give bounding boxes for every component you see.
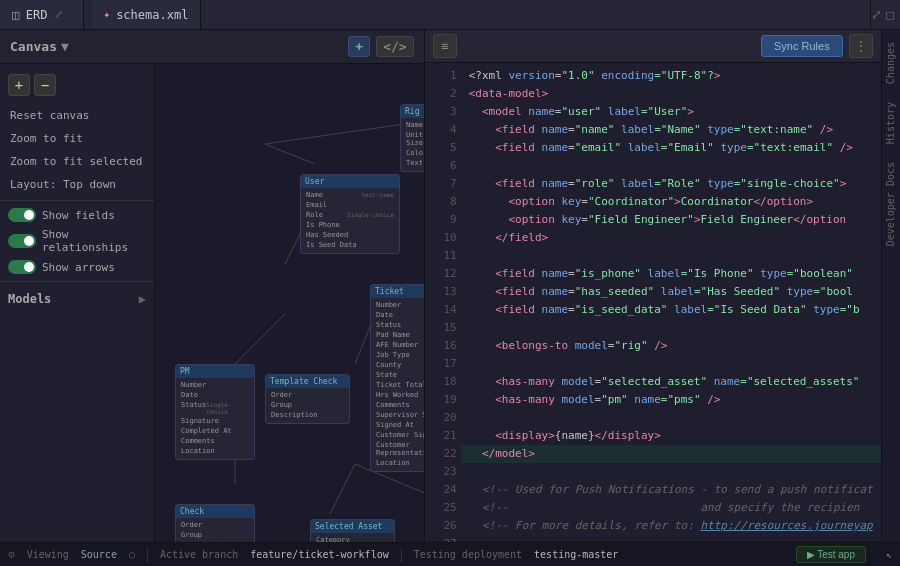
user-node[interactable]: User Nametext:name Email RoleSingle-choi… bbox=[300, 174, 400, 254]
svg-line-0 bbox=[265, 144, 315, 164]
canvas-arrow: ▼ bbox=[61, 39, 69, 54]
show-arrows-toggle[interactable] bbox=[8, 260, 36, 274]
title-bar: ◫ ERD ⤢ ✦ schema.xml ⤢ □ bbox=[0, 0, 900, 30]
tc-row-description: Description bbox=[269, 410, 346, 420]
right-sidebar: Changes History Developer Docs bbox=[881, 30, 900, 542]
expand-btn[interactable]: ⤢ bbox=[871, 7, 882, 22]
code-editor: 1234567891011121314151617181920212223242… bbox=[425, 63, 881, 542]
ticket-row-tickettotal: Ticket Total bbox=[374, 380, 424, 390]
pm-node-header: PM bbox=[176, 365, 254, 378]
code-line-16: <belongs-to model="rig" /> bbox=[461, 337, 881, 355]
code-btn[interactable]: </> bbox=[376, 36, 413, 57]
code-line-8: <option key="Coordinator">Coordinator</o… bbox=[461, 193, 881, 211]
show-relationships-label: Show relationships bbox=[42, 228, 146, 254]
ticket-row-job: Job Type bbox=[374, 350, 424, 360]
right-toolbar: ≡ Sync Rules ⋮ bbox=[425, 30, 881, 63]
ticket-row-supSig: Supervisor Signature bbox=[374, 410, 424, 420]
canvas-title: Canvas bbox=[10, 39, 57, 54]
svg-line-7 bbox=[330, 464, 355, 514]
ticket-node-header: Ticket bbox=[371, 285, 424, 298]
selected-asset-header: Selected Asset bbox=[311, 520, 394, 533]
ticket-row-afe: AFE Number bbox=[374, 340, 424, 350]
ticket-row-state: State bbox=[374, 370, 424, 380]
settings-icon[interactable]: ⚙ bbox=[8, 548, 15, 561]
code-line-19: <has-many model="pm" name="pms" /> bbox=[461, 391, 881, 409]
reset-canvas-btn[interactable]: Reset canvas bbox=[0, 104, 154, 127]
check-node[interactable]: Check Order Group Description bbox=[175, 504, 255, 542]
ticket-row-county: County bbox=[374, 360, 424, 370]
check-desc: Description bbox=[179, 540, 251, 542]
show-relationships-toggle[interactable] bbox=[8, 234, 36, 248]
code-line-21: <display>{name}</display> bbox=[461, 427, 881, 445]
code-line-20 bbox=[461, 409, 881, 427]
schema-tab[interactable]: ✦ schema.xml bbox=[92, 0, 202, 29]
rig-row-name: Nametext:name bbox=[404, 120, 424, 130]
xml-icon: ✦ bbox=[104, 8, 111, 21]
ticket-row-custSig: Customer Signature bbox=[374, 430, 424, 440]
rig-node-header: Rig bbox=[401, 105, 424, 118]
testing-label: Testing deployment bbox=[414, 549, 522, 560]
canvas-viewport[interactable]: Rig Nametext:name Unit SizeSingle-choice… bbox=[155, 64, 424, 542]
erd-icon: ◫ bbox=[12, 7, 20, 22]
tc-row-group: Group bbox=[269, 400, 346, 410]
rig-node[interactable]: Rig Nametext:name Unit SizeSingle-choice… bbox=[400, 104, 424, 172]
sync-rules-button[interactable]: Sync Rules bbox=[761, 35, 843, 57]
changes-tab[interactable]: Changes bbox=[883, 34, 898, 92]
ticket-row-comments: Comments bbox=[374, 400, 424, 410]
rig-row-color: Color bbox=[404, 148, 424, 158]
maximize-btn[interactable]: □ bbox=[886, 7, 894, 22]
code-line-14: <field name="is_seed_data" label="Is See… bbox=[461, 301, 881, 319]
right-panel: ≡ Sync Rules ⋮ 1234567891011121314151617… bbox=[425, 30, 881, 542]
code-line-10: </field> bbox=[461, 229, 881, 247]
code-line-2: <data-model> bbox=[461, 85, 881, 103]
add-node-btn[interactable]: + bbox=[348, 36, 370, 57]
selected-asset-node[interactable]: Selected Asset Category Message Product … bbox=[310, 519, 395, 542]
separator2 bbox=[401, 548, 402, 562]
source-label: Source bbox=[81, 549, 117, 560]
test-app-button[interactable]: ▶ Test app bbox=[796, 546, 866, 563]
template-check-header: Template Check bbox=[266, 375, 349, 388]
pm-row-number: Number bbox=[179, 380, 251, 390]
ticket-row-hrsworked: Hrs Worked bbox=[374, 390, 424, 400]
svg-line-10 bbox=[265, 124, 405, 144]
toolbar-icon-btn2[interactable]: ⋮ bbox=[849, 34, 873, 58]
expand-icon: ⤢ bbox=[54, 8, 63, 21]
code-line-13: <field name="has_seeded" label="Has Seed… bbox=[461, 283, 881, 301]
erd-tab[interactable]: ◫ ERD ⤢ bbox=[0, 0, 84, 29]
code-line-7: <field name="role" label="Role" type="si… bbox=[461, 175, 881, 193]
code-line-9: <option key="Field Engineer">Field Engin… bbox=[461, 211, 881, 229]
template-check-node[interactable]: Template Check Order Group Description bbox=[265, 374, 350, 424]
main-content: Canvas ▼ + </> + − Reset canvas Zoom to … bbox=[0, 30, 900, 542]
code-content[interactable]: <?xml version="1.0" encoding="UTF-8"?><d… bbox=[461, 63, 881, 542]
check-node-header: Check bbox=[176, 505, 254, 518]
show-fields-toggle[interactable] bbox=[8, 208, 36, 222]
check-group: Group bbox=[179, 530, 251, 540]
check-order: Order bbox=[179, 520, 251, 530]
zoom-in-btn[interactable]: + bbox=[8, 74, 30, 96]
line-numbers: 1234567891011121314151617181920212223242… bbox=[425, 63, 461, 542]
layout-btn[interactable]: Layout: Top down bbox=[0, 173, 154, 196]
pm-row-status: StatusSingle-choice bbox=[179, 400, 251, 416]
developer-docs-tab[interactable]: Developer Docs bbox=[883, 154, 898, 254]
history-tab[interactable]: History bbox=[883, 94, 898, 152]
divider2 bbox=[0, 281, 154, 282]
models-header: Models ▶ bbox=[0, 286, 154, 312]
ticket-node[interactable]: Ticket Number Date Status Pad Name AFE N… bbox=[370, 284, 424, 472]
code-line-27 bbox=[461, 535, 881, 542]
pm-node[interactable]: PM Number Date StatusSingle-choice Signa… bbox=[175, 364, 255, 460]
models-expand[interactable]: ▶ bbox=[139, 292, 146, 306]
left-sidebar: + − Reset canvas Zoom to fit Zoom to fit… bbox=[0, 64, 155, 542]
pm-row-location: Location bbox=[179, 446, 251, 456]
zoom-out-btn[interactable]: − bbox=[34, 74, 56, 96]
sa-cat: Category bbox=[314, 535, 391, 542]
deployment-name: testing-master bbox=[534, 549, 618, 560]
ticket-row-signedAt: Signed At bbox=[374, 420, 424, 430]
models-label: Models bbox=[8, 292, 51, 306]
toolbar-icon-btn1[interactable]: ≡ bbox=[433, 34, 457, 58]
erd-tab-label: ERD bbox=[26, 8, 48, 22]
rig-row-textcolor: Text Color bbox=[404, 158, 424, 168]
zoom-to-fit-selected-btn[interactable]: Zoom to fit selected bbox=[0, 150, 154, 173]
zoom-to-fit-btn[interactable]: Zoom to fit bbox=[0, 127, 154, 150]
canvas-buttons: + − bbox=[0, 70, 154, 104]
show-arrows-label: Show arrows bbox=[42, 261, 115, 274]
